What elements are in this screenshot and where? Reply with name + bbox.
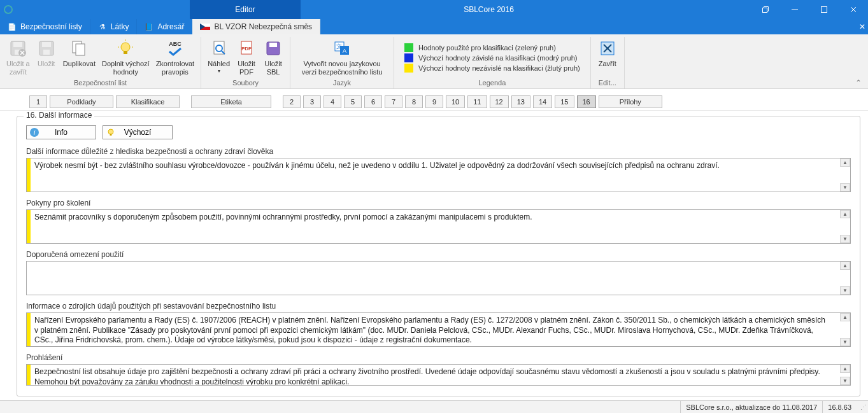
- field-label: Prohlášení: [26, 353, 851, 362]
- field-textarea[interactable]: [31, 365, 840, 385]
- field-block: Další informace důležité z hlediska bezp…: [26, 147, 851, 192]
- app-logo: [0, 0, 190, 19]
- title-editor-tab[interactable]: Editor: [190, 0, 301, 19]
- section-nav-button[interactable]: Klasifikace: [116, 95, 180, 108]
- save-pdf-button[interactable]: PDF UložitPDF: [234, 37, 259, 78]
- preview-button[interactable]: Náhled▾: [205, 37, 232, 78]
- section-nav-button[interactable]: 8: [405, 95, 423, 108]
- section-nav-button[interactable]: Podklady: [50, 95, 113, 108]
- scroll-up-icon[interactable]: ▲: [840, 210, 850, 218]
- tab-close-button[interactable]: ✕: [857, 19, 868, 34]
- section-nav-button[interactable]: 11: [467, 95, 487, 108]
- scroll-down-icon[interactable]: ▼: [840, 286, 850, 295]
- scroll-down-icon[interactable]: ▼: [840, 235, 850, 243]
- svg-rect-13: [43, 50, 50, 55]
- legend-row: Výchozí hodnoty závislé na klasifikaci (…: [404, 53, 580, 62]
- scroll-up-icon[interactable]: ▲: [840, 262, 850, 270]
- spellcheck-icon: ABC: [165, 38, 185, 59]
- section-nav-button[interactable]: 7: [385, 95, 402, 108]
- scroll-up-icon[interactable]: ▲: [840, 365, 850, 373]
- save-close-icon: [8, 38, 28, 59]
- tab-document-active[interactable]: BL VZOR Nebezpečná směs: [192, 19, 320, 34]
- save-button[interactable]: Uložit: [34, 37, 59, 78]
- section-heading: 16. Další informace: [24, 111, 94, 120]
- tab-safety-sheets[interactable]: 📄 Bezpečnostní listy: [0, 19, 90, 34]
- svg-point-16: [121, 43, 130, 52]
- ribbon-group-language: 文A Vytvořit novou jazykovouverzi bezpečn…: [290, 37, 394, 88]
- btn-text: Zavřít: [599, 60, 616, 68]
- lightbulb-icon: [115, 38, 136, 59]
- group-label: Legenda: [398, 78, 587, 88]
- tab-substances[interactable]: ⚗ Látky: [90, 19, 138, 34]
- title-bar: Editor SBLCore 2016: [0, 0, 868, 19]
- save-and-close-button[interactable]: Uložit azavřít: [4, 37, 32, 78]
- status-bar: SBLCore s.r.o., aktualizace do 11.08.201…: [0, 400, 868, 413]
- field-textarea[interactable]: [31, 262, 840, 295]
- window-restore-down-extra-icon[interactable]: [751, 0, 780, 19]
- window-maximize-button[interactable]: [809, 0, 839, 19]
- svg-rect-38: [110, 134, 112, 136]
- scrollbar[interactable]: ▲▼: [840, 365, 850, 385]
- scrollbar[interactable]: ▲▼: [840, 262, 850, 295]
- info-button[interactable]: i Info: [26, 125, 96, 139]
- field-textarea[interactable]: [31, 210, 840, 243]
- section-nav-button[interactable]: Etiketa: [191, 95, 271, 108]
- section-nav-button[interactable]: 9: [425, 95, 443, 108]
- tab-addressbook[interactable]: 📘 Adresář: [137, 19, 192, 34]
- scrollbar[interactable]: ▲▼: [840, 210, 850, 243]
- fill-defaults-button[interactable]: Doplnit výchozíhodnoty: [99, 37, 152, 78]
- status-version: 16.8.63: [822, 401, 857, 413]
- spellcheck-button[interactable]: ABC Zkontrolovatpravopis: [153, 37, 197, 78]
- scroll-down-icon[interactable]: ▼: [840, 183, 850, 192]
- section-nav-button[interactable]: 14: [533, 95, 552, 108]
- scroll-down-icon[interactable]: ▼: [840, 338, 850, 346]
- section-nav-button[interactable]: Přílohy: [599, 95, 662, 108]
- scroll-up-icon[interactable]: ▲: [840, 313, 850, 321]
- scrollbar[interactable]: ▲▼: [840, 158, 850, 192]
- field-block: Pokyny pro školení▲▼: [26, 199, 851, 244]
- section-nav-button[interactable]: 16: [577, 95, 596, 108]
- resize-grip-icon[interactable]: ⋰: [857, 403, 865, 410]
- btn-text: verzi bezpečnostního listu: [302, 68, 383, 76]
- duplicate-button[interactable]: Duplikovat: [60, 37, 98, 78]
- flag-cz-icon: [200, 24, 210, 30]
- section-nav-button[interactable]: 6: [364, 95, 382, 108]
- ribbon-collapse-button[interactable]: ⌃: [855, 78, 864, 87]
- btn-text: hodnoty: [113, 68, 138, 76]
- section-nav-button[interactable]: 4: [324, 95, 341, 108]
- section-nav-button[interactable]: 2: [283, 95, 301, 108]
- section-nav-button[interactable]: 5: [344, 95, 362, 108]
- legend-row: Hodnoty použité pro klasifikaci (zelený …: [404, 43, 580, 52]
- scroll-up-icon[interactable]: ▲: [840, 158, 850, 167]
- section-nav-button[interactable]: 1: [29, 95, 47, 108]
- btn-text: pravopis: [162, 68, 189, 76]
- field-textarea[interactable]: [31, 313, 840, 346]
- flask-icon: ⚗: [98, 22, 107, 31]
- section-nav-button[interactable]: 3: [303, 95, 321, 108]
- field-label: Informace o zdrojích údajů použitých při…: [26, 302, 851, 311]
- btn-text: Uložit a: [6, 60, 30, 68]
- save-sbl-button[interactable]: UložitSBL: [260, 37, 286, 78]
- svg-text:A: A: [343, 48, 346, 54]
- default-button[interactable]: Výchozí: [103, 125, 173, 139]
- svg-rect-6: [13, 42, 22, 47]
- legend-text: Hodnoty použité pro klasifikaci (zelený …: [418, 44, 556, 52]
- btn-label: Výchozí: [124, 128, 152, 137]
- section-nav-button[interactable]: 12: [490, 95, 509, 108]
- close-icon: [597, 38, 618, 59]
- window-minimize-button[interactable]: [780, 0, 809, 19]
- scrollbar[interactable]: ▲▼: [840, 313, 850, 346]
- window-close-button[interactable]: [839, 0, 868, 19]
- legend-row: Výchozí hodnoty nezávislé na klasifikaci…: [404, 64, 580, 73]
- textarea-wrapper: ▲▼: [26, 158, 851, 192]
- ribbon-group-safety-sheet: Uložit azavřít Uložit Duplikovat Doplnit…: [0, 37, 201, 88]
- ribbon: Uložit azavřít Uložit Duplikovat Doplnit…: [0, 34, 868, 89]
- document-tab-strip: 📄 Bezpečnostní listy ⚗ Látky 📘 Adresář B…: [0, 19, 868, 34]
- section-nav-button[interactable]: 13: [511, 95, 530, 108]
- section-nav-button[interactable]: 15: [555, 95, 574, 108]
- section-nav-button[interactable]: 10: [446, 95, 465, 108]
- field-textarea[interactable]: [31, 158, 840, 192]
- create-language-version-button[interactable]: 文A Vytvořit novou jazykovouverzi bezpečn…: [294, 37, 390, 78]
- close-editor-button[interactable]: Zavřít: [595, 37, 620, 78]
- scroll-down-icon[interactable]: ▼: [840, 377, 850, 385]
